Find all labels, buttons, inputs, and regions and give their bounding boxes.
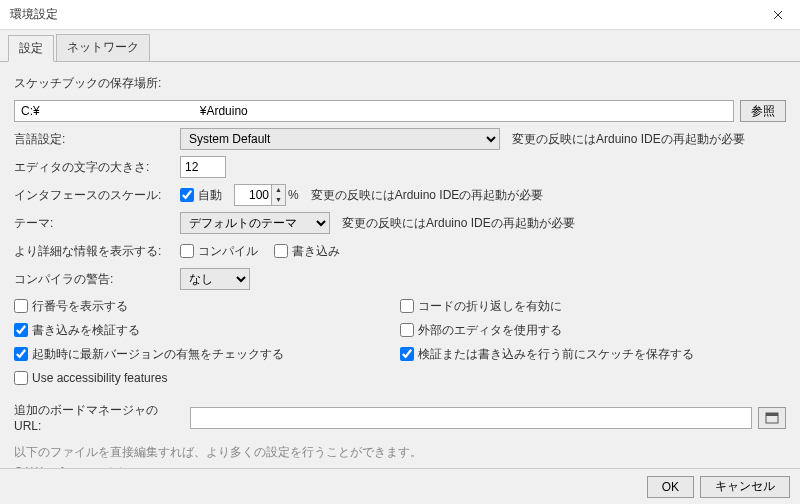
external-editor-checkbox[interactable]: 外部のエディタを使用する [400,322,562,339]
fontsize-label: エディタの文字の大きさ: [14,159,180,176]
button-bar: OK キャンセル [0,468,800,504]
warnings-select[interactable]: なし [180,268,250,290]
language-label: 言語設定: [14,131,180,148]
upload-checkbox[interactable]: 書き込み [274,243,340,260]
percent-label: % [288,188,299,202]
fontsize-input[interactable] [180,156,226,178]
window-icon [765,412,779,424]
boards-url-edit-button[interactable] [758,407,786,429]
check-updates-checkbox[interactable]: 起動時に最新バージョンの有無をチェックする [14,346,284,363]
accessibility-checkbox[interactable]: Use accessibility features [14,371,167,385]
spin-down-icon[interactable]: ▼ [271,195,285,205]
scale-label: インタフェースのスケール: [14,187,180,204]
auto-scale-checkbox[interactable]: 自動 [180,187,222,204]
theme-select[interactable]: デフォルトのテーマ [180,212,330,234]
svg-rect-1 [766,413,778,416]
window-title: 環境設定 [10,6,58,23]
titlebar: 環境設定 [0,0,800,30]
sketchbook-label: スケッチブックの保存場所: [14,75,161,92]
sketchbook-path-input[interactable] [14,100,734,122]
scale-spinner[interactable]: ▲▼ [234,184,286,206]
browse-button[interactable]: 参照 [740,100,786,122]
settings-panel: スケッチブックの保存場所: 参照 言語設定: System Default 変更… [0,62,800,473]
boards-url-label: 追加のボードマネージャのURL: [14,402,184,433]
cancel-button[interactable]: キャンセル [700,476,790,498]
compile-checkbox[interactable]: コンパイル [180,243,258,260]
tab-settings[interactable]: 設定 [8,35,54,62]
verbose-label: より詳細な情報を表示する: [14,243,180,260]
line-numbers-checkbox[interactable]: 行番号を表示する [14,298,128,315]
tab-bar: 設定 ネットワーク [0,30,800,62]
warnings-label: コンパイラの警告: [14,271,180,288]
code-folding-checkbox[interactable]: コードの折り返しを有効に [400,298,562,315]
theme-label: テーマ: [14,215,180,232]
auto-label: 自動 [198,187,222,204]
spin-up-icon[interactable]: ▲ [271,185,285,195]
verify-upload-checkbox[interactable]: 書き込みを検証する [14,322,140,339]
close-icon [773,10,783,20]
ok-button[interactable]: OK [647,476,694,498]
scale-restart-note: 変更の反映にはArduino IDEの再起動が必要 [311,187,544,204]
close-button[interactable] [755,0,800,30]
tab-network[interactable]: ネットワーク [56,34,150,61]
direct-edit-note: 以下のファイルを直接編集すれば、より多くの設定を行うことができます。 [14,443,786,461]
scale-input[interactable] [235,188,271,202]
language-select[interactable]: System Default [180,128,500,150]
save-verify-checkbox[interactable]: 検証または書き込みを行う前にスケッチを保存する [400,346,694,363]
language-restart-note: 変更の反映にはArduino IDEの再起動が必要 [512,131,745,148]
theme-restart-note: 変更の反映にはArduino IDEの再起動が必要 [342,215,575,232]
boards-url-input[interactable] [190,407,752,429]
